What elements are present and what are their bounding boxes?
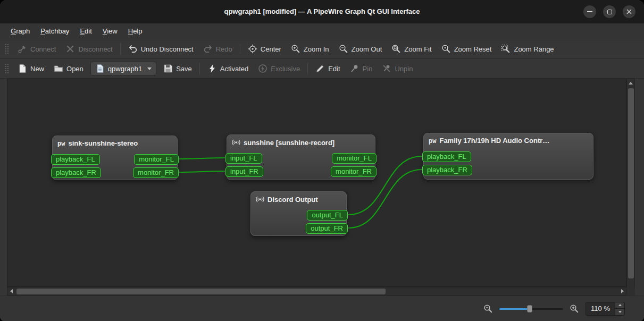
graph-port[interactable]: monitor_FR <box>331 166 377 177</box>
button-label: Pin <box>363 65 373 73</box>
graph-port[interactable]: monitor_FL <box>134 154 179 165</box>
status-zoom-in-button[interactable] <box>568 303 580 315</box>
close-button[interactable] <box>623 5 635 18</box>
center-button[interactable]: Center <box>243 41 286 57</box>
zoom-out-button[interactable]: Zoom Out <box>334 41 387 57</box>
connection-monitor-fl-input-fl[interactable] <box>179 158 225 159</box>
node-sink-sunshine-stereo[interactable]: pw sink-sunshine-stereo playback_FL play… <box>52 136 178 180</box>
menu-edit[interactable]: Edit <box>74 25 97 37</box>
button-label: Zoom Range <box>514 45 554 53</box>
new-button[interactable]: New <box>13 61 49 77</box>
graph-canvas[interactable]: pw sink-sunshine-stereo playback_FL play… <box>7 79 626 287</box>
zoom-reset-icon <box>441 44 451 54</box>
slider-fill <box>499 308 530 310</box>
menu-label: atchbay <box>45 27 70 35</box>
node-title-text: sunshine [sunshine-record] <box>244 139 334 147</box>
vertical-scrollbar[interactable] <box>626 79 635 295</box>
menu-label: P <box>40 27 45 35</box>
vertical-scrollbar-thumb[interactable] <box>628 88 634 278</box>
scrollbar-corner <box>626 287 635 295</box>
scroll-left-button[interactable] <box>7 288 15 295</box>
zoom-slider[interactable] <box>499 304 563 314</box>
zoom-in-button[interactable]: Zoom In <box>286 41 334 57</box>
disconnect-button[interactable]: Disconnect <box>61 41 117 57</box>
stream-icon <box>256 195 264 204</box>
button-label: Redo <box>216 45 232 53</box>
window-title: qpwgraph1 [modified] — A PipeWire Graph … <box>224 7 420 15</box>
unpin-icon <box>382 64 391 73</box>
patchbay-profile-combo[interactable]: qpwgraph1 <box>90 62 156 75</box>
undo-disconnect-button[interactable]: Undo Disconnect <box>123 41 198 57</box>
open-button[interactable]: Open <box>49 61 88 77</box>
lightning-icon <box>207 64 217 73</box>
button-label: Disconnect <box>78 45 112 53</box>
combo-value: qpwgraph1 <box>108 65 142 73</box>
slider-handle[interactable] <box>527 305 532 312</box>
disconnect-icon <box>65 44 75 54</box>
titlebar[interactable]: qpwgraph1 [modified] — A PipeWire Graph … <box>0 0 644 23</box>
node-family-audio-controller[interactable]: pw Family 17h/19h HD Audio Contr… playba… <box>423 133 593 180</box>
graph-port[interactable]: input_FR <box>225 166 263 177</box>
toolbar-separator <box>307 63 308 74</box>
toolbar-handle[interactable] <box>4 43 9 55</box>
button-label: Connect <box>30 45 56 53</box>
graph-port[interactable]: monitor_FR <box>133 167 179 178</box>
redo-button[interactable]: Redo <box>198 41 237 57</box>
horizontal-scrollbar-thumb[interactable] <box>16 289 386 294</box>
graph-port[interactable]: monitor_FL <box>332 153 377 164</box>
graph-port[interactable]: playback_FL <box>51 154 100 165</box>
node-discord-output[interactable]: Discord Output output_FL output_FR <box>250 191 347 236</box>
node-header: sunshine [sunshine-record] <box>227 135 375 150</box>
pin-button[interactable]: Pin <box>345 61 378 77</box>
zoom-step-down-button[interactable] <box>615 308 624 315</box>
zoom-range-button[interactable]: Zoom Range <box>496 41 558 57</box>
menu-help[interactable]: Help <box>123 25 148 37</box>
button-label: Undo Disconnect <box>141 45 194 53</box>
edit-button[interactable]: Edit <box>311 61 345 77</box>
connections-layer <box>7 79 626 287</box>
menu-label: elp <box>133 27 142 35</box>
connect-button[interactable]: Connect <box>13 41 61 57</box>
graph-port[interactable]: playback_FL <box>422 151 471 162</box>
minimize-button[interactable] <box>583 5 596 18</box>
menu-patchbay[interactable]: Patchbay <box>35 25 74 37</box>
zoom-spinbox[interactable]: 110 % <box>586 302 625 316</box>
save-button[interactable]: Save <box>158 61 197 77</box>
activated-toggle[interactable]: Activated <box>203 61 253 77</box>
zoom-out-icon <box>339 44 348 54</box>
horizontal-scrollbar[interactable] <box>7 287 626 295</box>
zoom-value[interactable]: 110 % <box>586 302 615 315</box>
connection-monitor-fr-input-fr[interactable] <box>179 171 225 172</box>
node-sunshine[interactable]: sunshine [sunshine-record] input_FL inpu… <box>227 134 375 180</box>
graph-port[interactable]: playback_FR <box>51 167 101 178</box>
scroll-right-button[interactable] <box>618 288 626 295</box>
window-controls <box>583 5 635 18</box>
zoom-fit-button[interactable]: Zoom Fit <box>387 41 436 57</box>
undo-icon <box>128 44 138 54</box>
button-label: New <box>30 65 44 73</box>
zoom-reset-button[interactable]: Zoom Reset <box>437 41 497 57</box>
menu-view[interactable]: View <box>97 25 123 37</box>
graph-port[interactable]: playback_FR <box>422 165 472 175</box>
graph-port[interactable]: output_FL <box>307 210 348 221</box>
maximize-button[interactable] <box>603 5 616 18</box>
new-file-icon <box>18 64 27 73</box>
graph-port[interactable]: input_FL <box>225 153 262 164</box>
chevron-down-icon <box>147 67 152 70</box>
pipewire-icon: pw <box>57 140 65 147</box>
pin-icon <box>350 64 359 73</box>
patchbay-toolbar: New Open qpwgraph1 Save Activated Exclus… <box>0 59 644 79</box>
graph-port[interactable]: output_FR <box>306 223 348 234</box>
button-label: Save <box>176 65 192 73</box>
button-label: Edit <box>328 65 340 73</box>
spin-arrows <box>615 302 624 315</box>
toolbar-handle[interactable] <box>4 63 9 74</box>
scroll-up-button[interactable] <box>627 79 634 87</box>
unpin-button[interactable]: Unpin <box>377 61 417 77</box>
up-arrow-icon <box>629 82 633 85</box>
menu-graph[interactable]: Graph <box>5 25 35 37</box>
zoom-step-up-button[interactable] <box>615 302 624 309</box>
status-zoom-out-button[interactable] <box>482 303 494 315</box>
exclusive-toggle[interactable]: Exclusive <box>253 61 305 77</box>
node-title-text: Family 17h/19h HD Audio Contr… <box>439 137 549 145</box>
